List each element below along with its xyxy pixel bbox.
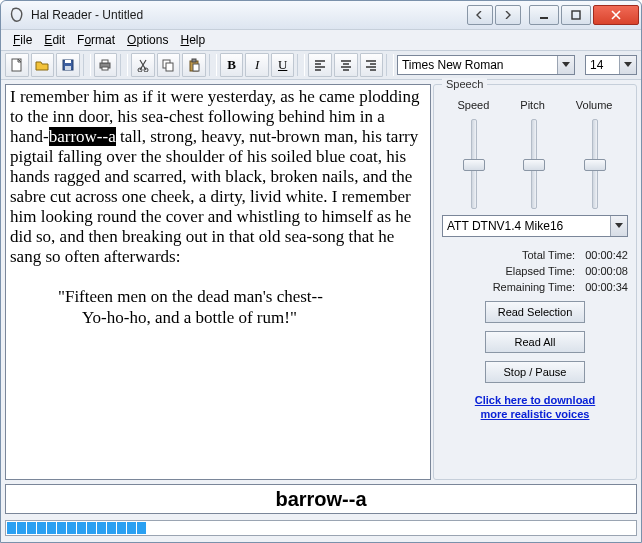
read-all-button[interactable]: Read All <box>485 331 585 353</box>
progress-segment <box>17 522 26 534</box>
progress-segment <box>37 522 46 534</box>
svg-rect-14 <box>192 59 196 62</box>
svg-rect-0 <box>540 17 548 19</box>
cut-button[interactable] <box>131 53 155 77</box>
elapsed-time-value: 00:00:08 <box>585 265 628 277</box>
progress-segment <box>47 522 56 534</box>
progress-segment <box>107 522 116 534</box>
menu-edit[interactable]: Edit <box>38 32 71 48</box>
volume-slider[interactable] <box>584 119 604 207</box>
toolbar: B I U Times New Roman 14 <box>1 51 641 80</box>
underline-button[interactable]: U <box>271 53 295 77</box>
font-size-select[interactable]: 14 <box>585 55 637 75</box>
chevron-down-icon <box>619 56 636 74</box>
copy-button[interactable] <box>157 53 181 77</box>
speech-group: Speech Speed Pitch Volume <box>433 84 637 480</box>
progress-segment <box>97 522 106 534</box>
close-button[interactable] <box>593 5 639 25</box>
app-icon <box>9 7 25 23</box>
svg-rect-4 <box>65 66 71 70</box>
align-right-button[interactable] <box>360 53 384 77</box>
remaining-time-value: 00:00:34 <box>585 281 628 293</box>
document-text: I remember him as if it were yesterday, … <box>10 87 426 328</box>
titlebar: Hal Reader - Untitled <box>1 1 641 30</box>
voice-select[interactable]: ATT DTNV1.4 Mike16 <box>442 215 628 237</box>
svg-rect-5 <box>65 60 71 63</box>
titlebar-next-button[interactable] <box>495 5 521 25</box>
speed-label: Speed <box>458 99 490 111</box>
open-button[interactable] <box>31 53 55 77</box>
sliders-row: Speed Pitch Volume <box>442 99 628 207</box>
speed-slider[interactable] <box>463 119 483 207</box>
chevron-down-icon <box>610 216 627 236</box>
progress-segment <box>67 522 76 534</box>
font-name-select[interactable]: Times New Roman <box>397 55 575 75</box>
pitch-label: Pitch <box>520 99 544 111</box>
align-center-button[interactable] <box>334 53 358 77</box>
progress-bar <box>5 520 637 536</box>
font-size-value: 14 <box>586 58 619 72</box>
font-name-value: Times New Roman <box>398 58 557 72</box>
progress-segment <box>57 522 66 534</box>
speech-panel: Speech Speed Pitch Volume <box>433 84 637 480</box>
highlighted-word: barrow--a <box>49 127 116 146</box>
text-segment: tall, strong, heavy, nut-brown man, his … <box>10 127 418 266</box>
progress-segment <box>87 522 96 534</box>
bold-button[interactable]: B <box>220 53 244 77</box>
progress-segment <box>137 522 146 534</box>
quote-line: Yo-ho-ho, and a bottle of rum!" <box>82 308 426 328</box>
maximize-button[interactable] <box>561 5 591 25</box>
progress-segment <box>127 522 136 534</box>
menu-file[interactable]: File <box>7 32 38 48</box>
progress-segment <box>7 522 16 534</box>
new-button[interactable] <box>5 53 29 77</box>
progress-segment <box>117 522 126 534</box>
stop-pause-button[interactable]: Stop / Pause <box>485 361 585 383</box>
time-readout: Total Time: 00:00:42 Elapsed Time: 00:00… <box>442 249 628 293</box>
chevron-down-icon <box>557 56 574 74</box>
quote-line: "Fifteen men on the dead man's chest-- <box>58 287 426 307</box>
text-editor[interactable]: I remember him as if it were yesterday, … <box>5 84 431 480</box>
align-left-button[interactable] <box>308 53 332 77</box>
volume-label: Volume <box>576 99 613 111</box>
main-body: I remember him as if it were yesterday, … <box>1 80 641 480</box>
menubar: File Edit Format Options Help <box>1 30 641 51</box>
svg-rect-7 <box>102 60 108 63</box>
pitch-slider[interactable] <box>523 119 543 207</box>
read-selection-button[interactable]: Read Selection <box>485 301 585 323</box>
svg-rect-15 <box>193 64 199 71</box>
minimize-button[interactable] <box>529 5 559 25</box>
total-time-value: 00:00:42 <box>585 249 628 261</box>
progress-segment <box>27 522 36 534</box>
voice-value: ATT DTNV1.4 Mike16 <box>443 219 610 233</box>
menu-format[interactable]: Format <box>71 32 121 48</box>
svg-rect-8 <box>102 67 108 70</box>
svg-rect-1 <box>572 11 580 19</box>
menu-help[interactable]: Help <box>174 32 211 48</box>
progress-segment <box>77 522 86 534</box>
speech-legend: Speech <box>442 78 487 90</box>
save-button[interactable] <box>56 53 80 77</box>
window-title: Hal Reader - Untitled <box>31 8 465 22</box>
download-voices-link[interactable]: Click here to download more realistic vo… <box>442 393 628 422</box>
remaining-time-label: Remaining Time: <box>493 281 576 293</box>
titlebar-buttons <box>465 5 641 25</box>
print-button[interactable] <box>94 53 118 77</box>
paste-button[interactable] <box>182 53 206 77</box>
app-window: Hal Reader - Untitled File Edit Format O… <box>0 0 642 543</box>
svg-rect-12 <box>166 63 173 71</box>
elapsed-time-label: Elapsed Time: <box>493 265 576 277</box>
menu-options[interactable]: Options <box>121 32 174 48</box>
total-time-label: Total Time: <box>493 249 576 261</box>
italic-button[interactable]: I <box>245 53 269 77</box>
current-word-display: barrow--a <box>5 484 637 514</box>
titlebar-prev-button[interactable] <box>467 5 493 25</box>
